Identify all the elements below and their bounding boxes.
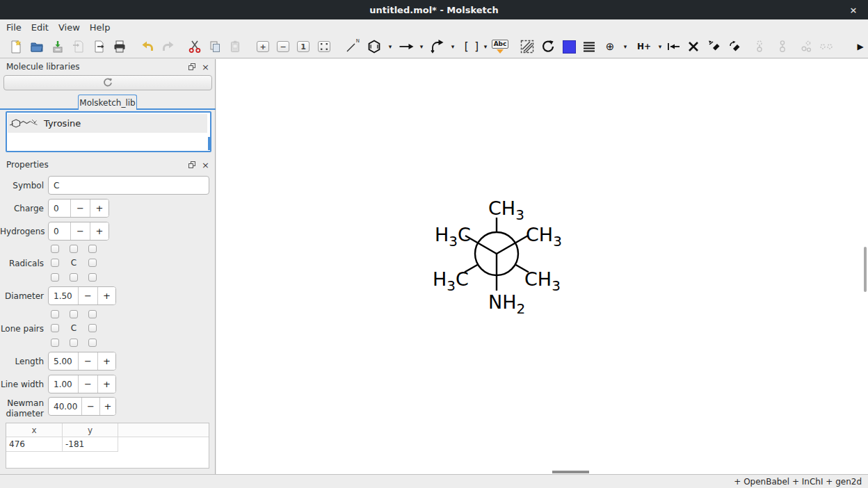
charge-minus-button[interactable]: − [70, 200, 90, 217]
newman-diameter-minus-button[interactable]: − [81, 398, 99, 415]
curved-arrow-tool[interactable] [429, 37, 446, 56]
cell-y[interactable]: -181 [63, 437, 118, 452]
radical-checkbox[interactable] [88, 259, 97, 267]
undo-button[interactable] [139, 37, 156, 56]
column-header-y: y [63, 423, 118, 437]
lone-pair-checkbox[interactable] [51, 310, 59, 318]
ring-tool-dropdown[interactable]: ▾ [386, 42, 394, 51]
text-tool[interactable]: Abc [492, 37, 508, 56]
mechanism-tool-1[interactable] [706, 37, 723, 56]
curved-arrow-dropdown[interactable]: ▾ [449, 42, 457, 51]
lone-pair-checkbox[interactable] [51, 339, 59, 347]
lone-pair-checkbox[interactable] [70, 339, 78, 347]
rotate-tool[interactable] [540, 37, 556, 56]
draw-bond-tool[interactable]: N [344, 37, 360, 56]
titlebar[interactable]: untitled.mol* - Molsketch × [0, 0, 868, 19]
symbol-input[interactable]: C [48, 176, 209, 195]
hydrogens-plus-button[interactable]: + [90, 222, 108, 240]
diameter-minus-button[interactable]: − [78, 287, 97, 304]
copy-button[interactable] [207, 37, 223, 56]
atom-label-bottom: NH2 [488, 291, 525, 317]
canvas-vertical-scrollbar[interactable] [864, 247, 867, 292]
atom-chain-tool-4[interactable] [817, 37, 836, 56]
hydrogen-tool-dropdown[interactable]: ▾ [656, 42, 664, 51]
lone-pair-checkbox[interactable] [88, 324, 97, 332]
redo-button[interactable] [160, 37, 177, 56]
save-button[interactable] [49, 37, 66, 56]
new-document-button[interactable] [8, 37, 24, 56]
charge-plus-button[interactable]: + [90, 200, 108, 217]
arrow-tool[interactable] [398, 37, 415, 56]
charge-value[interactable]: 0 [49, 200, 70, 217]
radical-checkbox[interactable] [51, 245, 59, 253]
charge-label: Charge [0, 204, 44, 213]
dock-close-icon[interactable]: × [202, 161, 209, 169]
ring-tool[interactable] [366, 37, 383, 56]
cut-button[interactable] [186, 37, 203, 56]
atom-chain-tool-3[interactable] [798, 37, 814, 56]
lone-pair-checkbox[interactable] [88, 339, 97, 347]
open-file-button[interactable] [29, 37, 45, 56]
diameter-plus-button[interactable]: + [97, 287, 115, 304]
print-button[interactable] [111, 37, 128, 56]
connect-tool[interactable] [665, 37, 682, 56]
length-minus-button[interactable]: − [78, 352, 97, 370]
cell-x[interactable]: 476 [6, 437, 63, 452]
radical-checkbox[interactable] [51, 259, 59, 267]
menu-file[interactable]: File [1, 21, 26, 34]
menu-view[interactable]: View [54, 21, 85, 34]
radical-checkbox[interactable] [88, 273, 97, 282]
hydrogen-tool[interactable]: H+ [635, 37, 653, 56]
lone-pair-checkbox[interactable] [88, 310, 97, 318]
delete-tool[interactable] [685, 37, 702, 56]
atom-chain-tool-2[interactable] [774, 37, 791, 56]
lone-pair-checkbox[interactable] [70, 310, 78, 318]
length-value[interactable]: 5.00 [49, 352, 78, 370]
toolbar-expand-button[interactable]: ▶ [852, 37, 868, 56]
mechanism-tool-2[interactable] [727, 37, 744, 56]
drawing-canvas[interactable]: CH3 H3C CH3 H3C CH3 NH2 [216, 59, 868, 474]
line-width-button[interactable] [581, 37, 597, 56]
save-as-button[interactable] [70, 37, 87, 56]
line-width-plus-button[interactable]: + [97, 375, 115, 393]
tab-molsketch-lib[interactable]: Molsketch_lib [78, 95, 137, 110]
dock-float-icon[interactable] [188, 161, 196, 169]
radical-checkbox[interactable] [70, 273, 78, 282]
newman-diameter-plus-button[interactable]: + [99, 398, 115, 415]
atom-chain-tool-1[interactable] [751, 37, 768, 56]
export-button[interactable] [91, 37, 108, 56]
bracket-tool[interactable]: [ ] [462, 37, 483, 56]
hydrogens-minus-button[interactable]: − [70, 222, 90, 240]
menu-help[interactable]: Help [85, 21, 115, 34]
canvas-horizontal-scrollbar[interactable] [552, 471, 589, 473]
charge-tool-dropdown[interactable]: ▾ [621, 42, 629, 51]
dock-float-icon[interactable] [188, 63, 196, 71]
line-width-value[interactable]: 1.00 [49, 375, 78, 393]
line-width-minus-button[interactable]: − [78, 375, 97, 393]
radical-checkbox[interactable] [88, 245, 97, 253]
main-area: Molecule libraries × Molsketch_lib [0, 59, 868, 474]
zoom-in-button[interactable]: + [255, 37, 271, 56]
radical-checkbox[interactable] [51, 273, 59, 282]
bracket-tool-dropdown[interactable]: ▾ [481, 42, 490, 51]
library-scrollbar[interactable] [208, 137, 210, 150]
charge-tool[interactable]: ⊕ [602, 37, 618, 56]
arrow-tool-dropdown[interactable]: ▾ [417, 42, 426, 51]
zoom-out-button[interactable]: − [275, 37, 291, 56]
newman-diameter-value[interactable]: 40.00 [49, 398, 81, 415]
diameter-value[interactable]: 1.50 [49, 287, 78, 304]
radical-checkbox[interactable] [70, 245, 78, 253]
zoom-original-button[interactable]: 1 [295, 37, 312, 56]
zoom-fit-button[interactable] [316, 37, 332, 56]
library-refresh-button[interactable] [3, 75, 212, 90]
paste-button[interactable] [227, 37, 243, 56]
lone-pair-checkbox[interactable] [51, 324, 59, 332]
dock-close-icon[interactable]: × [202, 63, 209, 71]
hydrogens-value[interactable]: 0 [49, 222, 70, 240]
length-plus-button[interactable]: + [97, 352, 115, 370]
window-close-button[interactable]: × [847, 3, 860, 16]
color-picker-button[interactable] [561, 37, 577, 56]
menu-edit[interactable]: Edit [26, 21, 54, 34]
list-item-tyrosine[interactable]: Tyrosine [8, 114, 207, 133]
selection-hatch-tool[interactable] [519, 37, 536, 56]
